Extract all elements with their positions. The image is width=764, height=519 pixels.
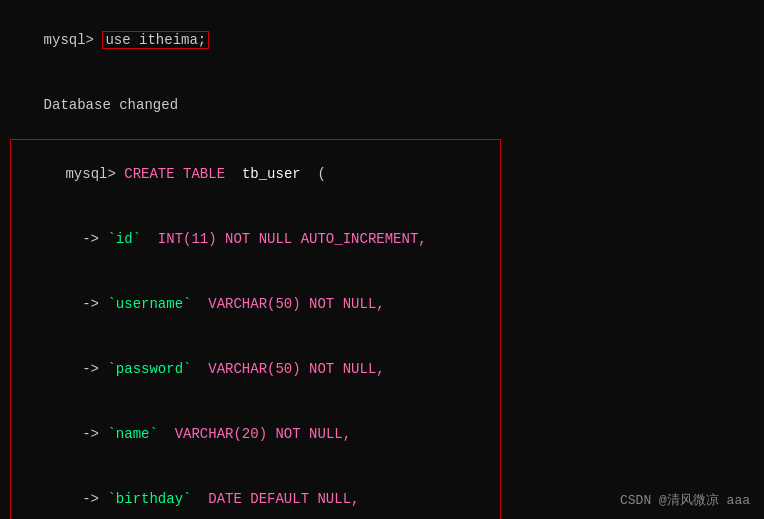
line-name: -> `name` VARCHAR(20) NOT NULL,: [15, 402, 494, 467]
prompt-create: mysql>: [65, 166, 124, 182]
arrow-name: ->: [49, 426, 108, 442]
space-u: [191, 296, 208, 312]
space-n: [158, 426, 175, 442]
kw-int: INT(11) NOT NULL AUTO_INCREMENT,: [158, 231, 427, 247]
line-id: -> `id` INT(11) NOT NULL AUTO_INCREMENT,: [15, 207, 494, 272]
db-changed-text: Database changed: [44, 97, 178, 113]
terminal: mysql> use itheima; Database changed mys…: [0, 0, 764, 519]
line-db-changed: Database changed: [10, 73, 754, 138]
space: [225, 166, 242, 182]
line-use-command: mysql> use itheima;: [10, 8, 754, 73]
id-def: [141, 231, 158, 247]
arrow-id: ->: [49, 231, 108, 247]
space2: (: [301, 166, 326, 182]
col-password: `password`: [107, 361, 191, 377]
watermark: CSDN @清风微凉 aaa: [620, 491, 750, 509]
kw-date: DATE DEFAULT NULL,: [208, 491, 359, 507]
line-password: -> `password` VARCHAR(50) NOT NULL,: [15, 337, 494, 402]
col-id: `id`: [107, 231, 141, 247]
prompt-1: mysql>: [44, 32, 103, 48]
space-p: [191, 361, 208, 377]
arrow-password: ->: [49, 361, 108, 377]
watermark-text: CSDN @清风微凉 aaa: [620, 493, 750, 508]
line-birthday: -> `birthday` DATE DEFAULT NULL,: [15, 467, 494, 519]
kw-varchar-n: VARCHAR(20) NOT NULL,: [175, 426, 351, 442]
line-create-table: mysql> CREATE TABLE tb_user (: [15, 142, 494, 207]
arrow-username: ->: [49, 296, 108, 312]
line-username: -> `username` VARCHAR(50) NOT NULL,: [15, 272, 494, 337]
use-command-highlight: use itheima;: [102, 31, 209, 49]
col-name: `name`: [107, 426, 157, 442]
table-name: tb_user: [242, 166, 301, 182]
space-b: [191, 491, 208, 507]
kw-varchar-p: VARCHAR(50) NOT NULL,: [208, 361, 384, 377]
kw-create: CREATE TABLE: [124, 166, 225, 182]
kw-varchar-u: VARCHAR(50) NOT NULL,: [208, 296, 384, 312]
col-username: `username`: [107, 296, 191, 312]
arrow-birthday: ->: [49, 491, 108, 507]
col-birthday: `birthday`: [107, 491, 191, 507]
